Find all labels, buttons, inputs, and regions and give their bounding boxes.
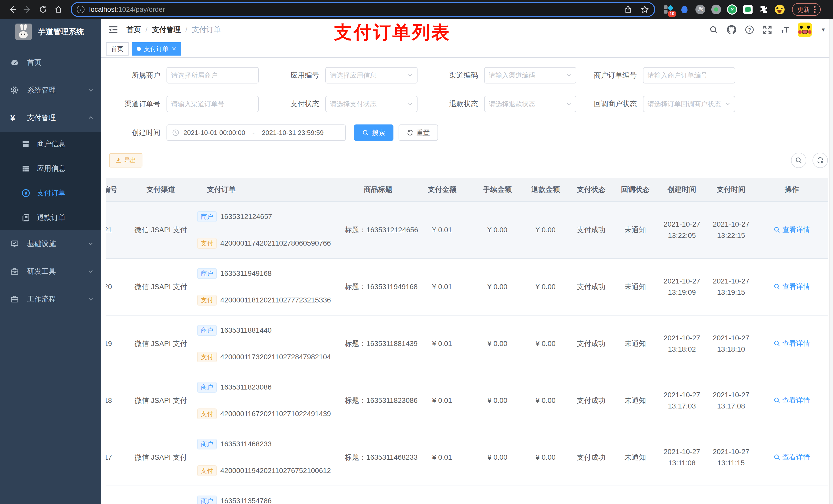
forward-icon[interactable] — [21, 2, 35, 17]
orders-table: 编号 支付渠道 支付订单 商品标题 支付金额 手续金额 退款金额 支付状态 回调… — [106, 178, 828, 504]
extension-chat-icon[interactable] — [743, 4, 753, 15]
cell-status: 支付成功 — [569, 339, 613, 349]
sidebar-item-workflow[interactable]: 工作流程 — [0, 285, 101, 313]
font-size-icon[interactable]: TT — [781, 25, 789, 34]
date-start: 2021-10-01 00:00:00 — [184, 129, 245, 137]
cell-created: 2021-10-2713:19:09 — [657, 275, 707, 298]
table-row: 商户 1635311354786 — [106, 485, 828, 504]
sidebar-toggle-icon[interactable] — [108, 25, 118, 35]
sidebar-item-system[interactable]: 系统管理 — [0, 76, 101, 104]
extension-balloon-icon[interactable] — [679, 4, 690, 15]
sidebar-item-app-info[interactable]: 应用信息 — [0, 156, 101, 181]
table-row: 19 微信 JSAPI 支付 商户 1635311881440 支付 42000… — [106, 315, 828, 372]
app-logo[interactable]: 芋道管理系统 — [0, 19, 101, 45]
github-icon[interactable] — [727, 25, 736, 34]
cell-id: 17 — [106, 453, 128, 461]
view-detail-link[interactable]: 查看详情 — [774, 339, 810, 348]
merchant-select[interactable] — [166, 67, 259, 83]
back-icon[interactable] — [5, 2, 20, 17]
app-select[interactable] — [325, 67, 418, 83]
avatar-caret-icon[interactable]: ▼ — [821, 27, 826, 33]
cell-pay-order: 商户 1635311468233 支付 42000011942021102767… — [193, 438, 345, 476]
reload-icon[interactable] — [36, 2, 50, 17]
toggle-search-button[interactable] — [791, 153, 806, 168]
export-button[interactable]: 导出 — [109, 153, 142, 167]
cell-id: 19 — [106, 340, 128, 348]
cell-fee: ¥ 0.00 — [473, 283, 522, 291]
extension-dot-icon[interactable] — [711, 4, 721, 15]
share-icon[interactable] — [624, 5, 632, 14]
extension-y-icon[interactable]: Y — [727, 4, 737, 15]
address-bar[interactable]: i localhost:1024/pay/order — [71, 2, 655, 17]
date-range-picker[interactable]: 2021-10-01 00:00:00 - 2021-10-31 23:59:5… — [166, 124, 346, 141]
merchant-order-no-input[interactable] — [643, 67, 735, 83]
url-text: localhost:1024/pay/order — [89, 6, 165, 14]
view-detail-link[interactable]: 查看详情 — [774, 453, 810, 462]
tab-pay-order[interactable]: 支付订单 ✕ — [132, 42, 181, 55]
channel-code-select[interactable] — [484, 67, 576, 83]
reset-button[interactable]: 重置 — [399, 124, 438, 141]
extension-command-icon[interactable]: ⌘ — [695, 4, 706, 15]
magnifier-icon — [774, 340, 780, 347]
cell-id: 20 — [106, 283, 128, 291]
bookmark-star-icon[interactable] — [640, 5, 649, 14]
avatar[interactable] — [798, 23, 812, 37]
channel-order-no-input[interactable] — [166, 96, 259, 112]
filter-label-app: 应用编号 — [265, 70, 325, 80]
filter-label-merchant-order-no: 商户订单编号 — [582, 70, 643, 80]
view-detail-link[interactable]: 查看详情 — [774, 225, 810, 234]
close-icon[interactable]: ✕ — [172, 46, 176, 52]
cell-channel: 微信 JSAPI 支付 — [128, 339, 193, 349]
sidebar-item-pay-order[interactable]: ¥ 支付订单 — [0, 181, 101, 206]
cell-notify: 未通知 — [613, 225, 657, 235]
breadcrumb-payment[interactable]: 支付管理 — [152, 25, 181, 34]
cell-refund: ¥ 0.00 — [522, 453, 569, 461]
help-icon[interactable]: ? — [745, 25, 754, 34]
cell-title: 标题：1635311823086 — [345, 396, 411, 405]
cell-amount: ¥ 0.01 — [411, 397, 473, 405]
site-info-icon[interactable]: i — [77, 6, 85, 13]
cell-paid: 2021-10-2713:19:15 — [707, 275, 756, 298]
home-icon[interactable] — [51, 2, 66, 17]
sidebar-item-merchant-info[interactable]: 商户信息 — [0, 131, 101, 156]
fullscreen-icon[interactable] — [763, 25, 772, 34]
extensions-puzzle-icon[interactable] — [759, 4, 769, 15]
page-title-annotation: 支付订单列表 — [334, 21, 451, 45]
cell-paid: 2021-10-2713:18:10 — [707, 332, 756, 355]
sidebar-item-infra[interactable]: 基础设施 — [0, 230, 101, 258]
cell-status: 支付成功 — [569, 453, 613, 462]
app-title: 芋道管理系统 — [38, 27, 84, 37]
filter-label-refund-status: 退款状态 — [424, 99, 484, 109]
sidebar-item-payment[interactable]: ¥ 支付管理 — [0, 104, 101, 131]
date-separator: - — [249, 129, 258, 137]
notify-status-select[interactable] — [643, 96, 735, 112]
extension-badge: 10 — [668, 11, 676, 17]
tab-home[interactable]: 首页 — [106, 42, 128, 55]
content-area: 所属商户 应用编号 渠道编码 — [101, 58, 833, 504]
extension-vue-perf-icon[interactable]: 10 — [663, 4, 674, 15]
breadcrumb-pay-order: 支付订单 — [192, 25, 221, 34]
cell-id: 18 — [106, 397, 128, 405]
sidebar-item-dev-tools[interactable]: 研发工具 — [0, 258, 101, 285]
breadcrumb-home[interactable]: 首页 — [126, 25, 141, 34]
refund-status-select[interactable] — [484, 96, 576, 112]
search-icon[interactable] — [709, 25, 718, 34]
view-detail-link[interactable]: 查看详情 — [774, 396, 810, 405]
document-icon — [22, 213, 30, 222]
refresh-button[interactable] — [812, 153, 828, 168]
sidebar-item-home[interactable]: 首页 — [0, 49, 101, 76]
monitor-icon — [10, 239, 19, 248]
sidebar-item-refund-order[interactable]: 退款订单 — [0, 206, 101, 230]
search-button[interactable]: 搜索 — [354, 124, 394, 141]
merchant-tag: 商户 — [197, 325, 217, 336]
extension-emoji-icon[interactable] — [775, 4, 785, 15]
breadcrumb: 首页 / 支付管理 / 支付订单 — [126, 25, 221, 34]
cell-refund: ¥ 0.00 — [522, 397, 569, 405]
pay-status-select[interactable] — [325, 96, 418, 112]
browser-menu-icon[interactable] — [814, 6, 815, 13]
view-detail-link[interactable]: 查看详情 — [774, 282, 810, 291]
yen-circle-icon: ¥ — [22, 189, 30, 197]
cell-refund: ¥ 0.00 — [522, 283, 569, 291]
chrome-update-button[interactable]: 更新 — [792, 3, 821, 16]
window-scrollbar[interactable] — [829, 19, 833, 504]
